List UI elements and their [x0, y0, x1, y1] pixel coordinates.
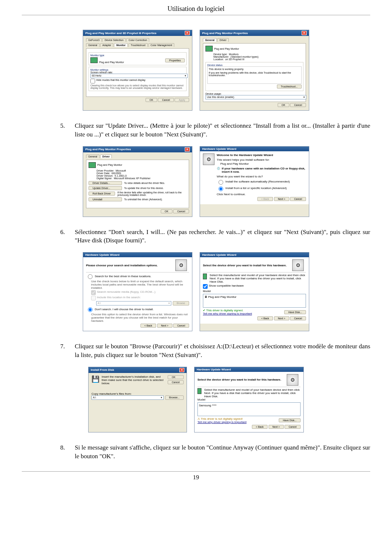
model-item[interactable]: 🖥 Plug and Play Monitor	[204, 295, 237, 299]
ok-button[interactable]: OK	[161, 209, 172, 213]
dialog-title: Hardware Update Wizard	[85, 253, 119, 257]
monitor-icon	[203, 274, 207, 279]
tab-driver[interactable]: Driver	[100, 155, 112, 158]
chevron-down-icon: ▾	[168, 302, 170, 305]
status-troubleshoot: If you are having problems with this dev…	[209, 71, 300, 77]
device-type-value: Monitors	[229, 53, 238, 56]
opt-search-label: Search for the best driver in these loca…	[95, 275, 151, 278]
uninstall-desc: To uninstall the driver (Advanced).	[124, 198, 163, 201]
back-button[interactable]: < Back	[140, 324, 156, 328]
wizard-device: Plug and Play Monitor	[220, 162, 306, 165]
cancel-button[interactable]: Cancel	[290, 197, 306, 201]
refresh-rate-dropdown[interactable]: 60 Hertz ▾	[90, 74, 188, 78]
update-driver-desc: To update the driver for this device.	[124, 187, 164, 189]
monitor-type-value: Plug and Play Monitor	[99, 61, 124, 63]
opt-search-desc: Use the check boxes below to limit or ex…	[91, 280, 189, 290]
driver-signed-link[interactable]: Tell me why driver signing is important	[197, 420, 246, 424]
device-usage-dropdown[interactable]: Use this device (enable) ▾	[205, 95, 306, 99]
step-text: Sélectionnez "Don't search, I will... (N…	[75, 228, 370, 245]
wizard-icon: ⚙	[175, 259, 187, 271]
model-label: Model	[203, 290, 306, 293]
digital-signer-value: Microsoft Windows XP Publisher	[114, 177, 150, 180]
model-list[interactable]: Samsung ****	[197, 402, 301, 416]
cb-compatible[interactable]	[203, 284, 208, 289]
tab-geforce3[interactable]: GeForce3	[86, 38, 102, 42]
hide-modes-label: Hide modes that this monitor cannot disp…	[96, 79, 146, 81]
cb-removable	[91, 290, 96, 295]
back-button[interactable]: < Back	[257, 316, 273, 320]
dialog-title: Hardware Update Wizard	[197, 368, 231, 371]
ok-button[interactable]: OK	[278, 103, 289, 107]
tab-color-correction[interactable]: Color Correction	[126, 38, 149, 42]
dialog-monitor-properties-general: Plug and Play Monitor Properties ✕ Gener…	[200, 30, 309, 111]
browse-button[interactable]: Browse...	[165, 395, 184, 400]
cancel-button[interactable]: Cancel	[285, 425, 301, 429]
manufacturer-value: (Standard monitor types)	[230, 56, 258, 58]
tab-driver[interactable]: Driver	[217, 38, 229, 42]
model-item[interactable]: Samsung ****	[199, 404, 216, 407]
next-button[interactable]: Next >	[269, 425, 284, 429]
dialog-title: Hardware Update Wizard	[202, 253, 236, 257]
have-disk-button[interactable]: Have Disk...	[284, 310, 306, 314]
next-button[interactable]: Next >	[274, 316, 289, 320]
browse-button: Browse	[173, 301, 189, 305]
close-icon[interactable]: ✕	[302, 31, 307, 35]
troubleshoot-button[interactable]: Troubleshoot...	[277, 85, 302, 89]
driver-date-value: 6/6/2001	[111, 172, 121, 175]
next-button[interactable]: Next >	[274, 197, 289, 201]
dialog-hardware-wizard-select: Hardware Update Wizard Select the device…	[200, 252, 309, 331]
close-icon[interactable]: ✕	[185, 31, 190, 35]
model-list[interactable]: 🖥 Plug and Play Monitor	[203, 294, 306, 308]
opt-dontsearch[interactable]	[88, 307, 93, 312]
close-icon[interactable]: ✕	[185, 147, 190, 152]
step-number: 5.	[60, 122, 68, 139]
driver-signed-label: This driver is digitally signed.	[206, 309, 243, 312]
have-disk-button[interactable]: Have Disk...	[279, 418, 301, 422]
cancel-button[interactable]: Cancel	[173, 324, 189, 328]
cd-icon: 💿	[217, 167, 220, 173]
tab-monitor[interactable]: Monitor	[114, 43, 128, 47]
opt-search[interactable]	[88, 274, 93, 279]
rollback-driver-button[interactable]: Roll Back Driver	[89, 192, 115, 196]
driver-not-signed-label: This driver is not digitally signed!	[201, 417, 243, 420]
wizard-icon: ⚙	[292, 259, 304, 271]
cancel-button[interactable]: Cancel	[158, 98, 174, 102]
tab-troubleshoot[interactable]: Troubleshoot	[128, 43, 148, 47]
wizard-heading: Please choose your search and installati…	[86, 264, 158, 267]
tab-general[interactable]: General	[86, 43, 99, 47]
properties-button[interactable]: Properties	[165, 58, 185, 62]
tab-general[interactable]: General	[203, 38, 217, 42]
cancel-button[interactable]: Cancel	[168, 380, 184, 384]
ok-button[interactable]: OK	[168, 375, 184, 379]
cancel-button[interactable]: Cancel	[290, 316, 306, 320]
next-button[interactable]: Next >	[157, 324, 172, 328]
back-button[interactable]: < Back	[252, 425, 268, 429]
tab-color-management[interactable]: Color Management	[148, 43, 175, 47]
manufacturer-label: Manufacturer:	[213, 56, 229, 58]
back-button: < Back	[257, 197, 273, 201]
ok-button[interactable]: OK	[146, 98, 157, 102]
cb-compatible-label: Show compatible hardware	[209, 284, 244, 287]
location-label: Location:	[213, 58, 224, 61]
hide-modes-desc: Clearing this check box allows you to se…	[90, 84, 185, 89]
wizard-opt-auto[interactable]	[219, 180, 223, 185]
cancel-button[interactable]: Cancel	[173, 209, 189, 213]
tab-adapter[interactable]: Adapter	[100, 43, 114, 47]
copy-from-dropdown[interactable]: A:\▾	[91, 395, 164, 400]
wizard-desc: Select the manufacturer and model of you…	[204, 388, 301, 398]
chevron-down-icon: ▾	[161, 396, 162, 399]
rollback-driver-desc: If the device fails after updating the d…	[117, 191, 187, 196]
hide-modes-checkbox[interactable]	[90, 79, 95, 83]
close-icon[interactable]: ✕	[179, 368, 184, 372]
wizard-opt-list[interactable]	[219, 186, 223, 191]
driver-details-button[interactable]: Driver Details...	[89, 181, 122, 185]
chevron-down-icon: ▾	[185, 74, 186, 77]
tab-general[interactable]: General	[86, 155, 99, 158]
wizard-heading: Select the device driver you want to ins…	[197, 378, 281, 381]
cancel-button[interactable]: Cancel	[290, 103, 306, 107]
tab-device-selection[interactable]: Device Selection	[102, 38, 126, 42]
wizard-question: What do you want the wizard to do?	[217, 175, 306, 178]
driver-signed-link[interactable]: Tell me why driver signing is important	[203, 312, 252, 315]
update-driver-button[interactable]: Update Driver...	[89, 186, 122, 190]
uninstall-button[interactable]: Uninstall	[89, 197, 122, 201]
